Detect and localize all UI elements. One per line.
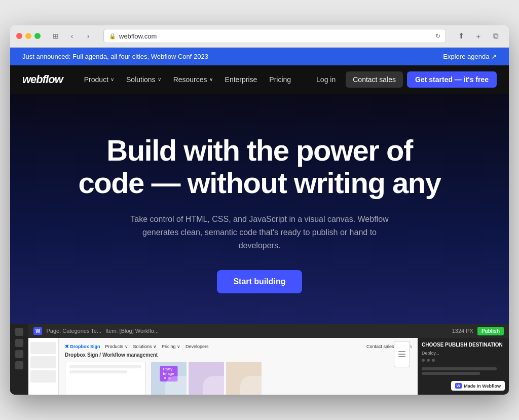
- editor-preview: W Page: Categories Te... Item: [Blog] Wo…: [10, 324, 509, 395]
- panel-item: [30, 370, 56, 383]
- editor-resolution: 1324 PX: [452, 328, 473, 334]
- browser-window: ⊞ ‹ › 🔒 webflow.com ↻ ⬆ + ⧉ Just announc…: [10, 25, 509, 395]
- address-bar[interactable]: 🔒 webflow.com ↻: [103, 29, 446, 43]
- announcement-banner: Just announced: Full agenda, all four ci…: [10, 48, 509, 65]
- maximize-button[interactable]: [34, 33, 41, 39]
- back-button[interactable]: ‹: [65, 29, 79, 43]
- refresh-button[interactable]: ↻: [435, 32, 440, 40]
- editor-image: Party Image ✕ ✕: [151, 362, 187, 395]
- nav-product-label: Product: [84, 75, 108, 84]
- browser-controls: ⊞ ‹ ›: [49, 29, 95, 43]
- site-content: Just announced: Full agenda, all four ci…: [10, 48, 509, 395]
- new-tab-button[interactable]: +: [471, 29, 486, 43]
- hero-section: Build with the power of code — without w…: [10, 94, 509, 324]
- nav-solutions-label: Solutions: [126, 75, 156, 84]
- main-nav: webflow Product ∨ Solutions ∨ Resources …: [10, 65, 509, 94]
- webflow-badge-logo: W: [455, 383, 462, 389]
- editor-content-area: Party Image ✕ ✕: [65, 362, 412, 395]
- publish-dots: [422, 359, 505, 362]
- contact-sales-button[interactable]: Contact sales: [346, 71, 403, 88]
- chevron-down-icon: ∨: [158, 77, 161, 82]
- nav-resources-label: Resources: [173, 75, 207, 84]
- sidebar-icon: [15, 350, 23, 358]
- nav-pricing-label: Pricing: [269, 75, 291, 84]
- sidebar-icon: [15, 328, 23, 336]
- editor-topbar: W Page: Categories Te... Item: [Blog] Wo…: [28, 324, 509, 338]
- nav-enterprise[interactable]: Enterprise: [220, 72, 263, 87]
- share-button[interactable]: ⬆: [454, 29, 468, 43]
- hero-title: Build with the power of code — without w…: [77, 134, 442, 199]
- nav-solutions[interactable]: Solutions ∨: [121, 72, 166, 87]
- traffic-lights: [16, 33, 41, 39]
- lock-icon: 🔒: [109, 33, 116, 40]
- get-started-button[interactable]: Get started — it's free: [407, 71, 497, 88]
- made-in-webflow-text: Made in Webflow: [464, 384, 501, 389]
- editor-image: [189, 362, 224, 395]
- sidebar-toggle-button[interactable]: ⊞: [49, 29, 63, 43]
- editor-text-block: [65, 362, 146, 395]
- browser-actions: ⬆ + ⧉: [454, 29, 503, 43]
- made-in-webflow-badge[interactable]: W Made in Webflow: [451, 381, 505, 391]
- panel-item: [30, 356, 56, 368]
- dropbox-sign-logo: ✖ Dropbox Sign: [65, 344, 100, 349]
- highlight-tag: Party Image ✕ ✕: [160, 366, 178, 381]
- publish-option: Deploy...: [422, 351, 505, 356]
- editor-page-label: Page: Categories Te...: [46, 328, 101, 334]
- start-building-button[interactable]: Start building: [217, 270, 302, 293]
- panel-item: [30, 342, 56, 354]
- webflow-editor-logo: W: [33, 327, 42, 335]
- mini-nav-link: Developers: [186, 344, 209, 349]
- mini-contact: Contact sales: [366, 344, 394, 349]
- editor-main: W Page: Categories Te... Item: [Blog] Wo…: [28, 324, 509, 395]
- chevron-down-icon: ∨: [209, 77, 213, 82]
- nav-resources[interactable]: Resources ∨: [168, 72, 218, 87]
- editor-publish-button[interactable]: Publish: [477, 327, 504, 335]
- resize-icon: [398, 351, 405, 357]
- sidebar-icon: [15, 339, 23, 347]
- hero-subtitle: Take control of HTML, CSS, and JavaScrip…: [128, 213, 391, 252]
- nav-pricing[interactable]: Pricing: [264, 72, 296, 87]
- chevron-down-icon: ∨: [110, 77, 114, 82]
- editor-canvas-main: ✖ Dropbox Sign Products ∨ Solutions ∨ Pr…: [59, 338, 418, 395]
- close-button[interactable]: [16, 33, 22, 39]
- mini-nav-link: Pricing ∨: [162, 344, 180, 349]
- editor-left-panel: [28, 338, 59, 395]
- nav-product[interactable]: Product ∨: [79, 72, 119, 87]
- editor-canvas: ✖ Dropbox Sign Products ∨ Solutions ∨ Pr…: [28, 338, 509, 395]
- duplicate-tab-button[interactable]: ⧉: [489, 29, 503, 43]
- minimize-button[interactable]: [25, 33, 31, 39]
- explore-agenda-link[interactable]: Explore agenda ↗: [443, 53, 497, 60]
- login-link[interactable]: Log in: [310, 72, 342, 87]
- mini-nav-link: Solutions ∨: [133, 344, 157, 349]
- editor-item-label: Item: [Blog] Workflo...: [105, 328, 159, 334]
- editor-sidebar: [10, 324, 28, 395]
- sidebar-icon: [15, 361, 23, 369]
- nav-right: Log in Contact sales Get started — it's …: [310, 71, 497, 88]
- editor-image: [226, 362, 262, 395]
- editor-breadcrumb: Dropbox Sign / Workflow management: [65, 352, 412, 358]
- nav-enterprise-label: Enterprise: [225, 75, 257, 84]
- mini-nav-link: Products ∨: [105, 344, 128, 349]
- nav-links: Product ∨ Solutions ∨ Resources ∨ Enterp…: [79, 72, 310, 87]
- editor-image-blocks: Party Image ✕ ✕: [151, 362, 262, 395]
- publish-panel-title: CHOOSE PUBLISH DESTINATION: [422, 342, 505, 348]
- announcement-text: Just announced: Full agenda, all four ci…: [22, 53, 208, 60]
- forward-button[interactable]: ›: [81, 29, 95, 43]
- editor-resize-handle[interactable]: [394, 341, 410, 367]
- url-text: webflow.com: [119, 32, 157, 40]
- browser-titlebar: ⊞ ‹ › 🔒 webflow.com ↻ ⬆ + ⧉: [10, 25, 509, 48]
- webflow-logo[interactable]: webflow: [22, 73, 63, 86]
